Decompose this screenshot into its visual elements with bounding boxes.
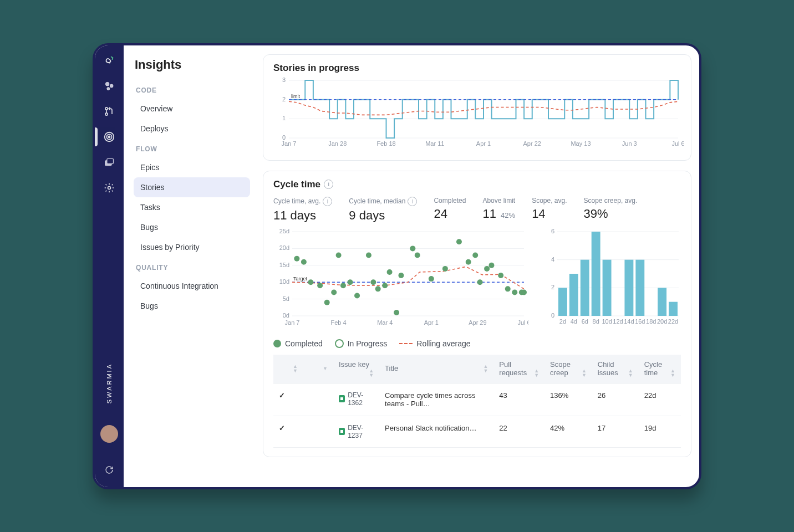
info-icon[interactable]: i <box>323 197 332 206</box>
nav-home-icon[interactable] <box>103 80 115 92</box>
sidebar-item-bugs[interactable]: Bugs <box>134 217 250 237</box>
row-cycle: 22d <box>639 383 681 416</box>
svg-point-55 <box>382 283 388 288</box>
svg-text:20d: 20d <box>657 318 667 325</box>
svg-point-1 <box>110 84 113 88</box>
row-creep: 136% <box>544 383 592 416</box>
metric-value-creep: 39% <box>584 207 638 221</box>
svg-point-59 <box>410 245 415 251</box>
svg-text:Apr 1: Apr 1 <box>424 319 439 326</box>
sidebar-item-stories[interactable]: Stories <box>134 177 250 197</box>
svg-text:Jan 7: Jan 7 <box>282 140 297 147</box>
sidebar-item-ci[interactable]: Continuous Integration <box>134 276 250 296</box>
col-cycle[interactable]: Cycle time▲▼ <box>639 355 681 383</box>
svg-point-65 <box>472 252 478 258</box>
sidebar-group-flow: FLOW <box>136 145 250 153</box>
row-issue-key[interactable]: DEV-1237 <box>339 424 374 439</box>
sidebar-item-epics[interactable]: Epics <box>134 157 250 177</box>
metric-value-avg: 11 days <box>273 208 332 223</box>
row-children: 26 <box>592 383 639 416</box>
svg-text:0d: 0d <box>283 312 289 319</box>
svg-text:Apr 29: Apr 29 <box>469 319 486 326</box>
svg-text:limit: limit <box>291 93 300 99</box>
svg-text:2d: 2d <box>559 318 566 325</box>
svg-rect-9 <box>107 158 114 163</box>
svg-text:Jul 6: Jul 6 <box>671 140 684 147</box>
metric-value-above-pct: 42% <box>501 211 515 219</box>
nav-insights-icon[interactable] <box>103 131 115 143</box>
svg-point-61 <box>429 276 434 282</box>
table-row[interactable]: ✓ DEV-1362 Compare cycle times across te… <box>273 383 681 416</box>
svg-rect-88 <box>558 288 567 316</box>
col-title[interactable]: Title▲▼ <box>379 355 493 383</box>
svg-text:15d: 15d <box>279 261 289 268</box>
metric-label-scope: Scope, avg. <box>532 197 567 204</box>
svg-point-64 <box>466 259 471 264</box>
svg-point-62 <box>442 265 448 271</box>
col-creep[interactable]: Scope creep▲▼ <box>544 355 592 383</box>
col-pr[interactable]: Pull requests▲▼ <box>493 355 544 383</box>
avatar[interactable] <box>100 425 118 443</box>
metric-label-completed: Completed <box>434 197 466 204</box>
sidebar-item-overview[interactable]: Overview <box>134 99 250 119</box>
nav-settings-icon[interactable] <box>103 182 115 194</box>
svg-point-68 <box>488 262 494 268</box>
sidebar-item-deploys[interactable]: Deploys <box>134 119 250 139</box>
legend-dot-inprogress <box>335 339 344 348</box>
svg-point-63 <box>456 239 462 244</box>
svg-rect-93 <box>624 259 633 315</box>
svg-text:3: 3 <box>282 77 286 83</box>
svg-point-0 <box>105 82 109 86</box>
info-icon[interactable]: i <box>324 180 333 189</box>
svg-text:12d: 12d <box>613 318 623 325</box>
sidebar-group-quality: QUALITY <box>136 264 250 272</box>
col-issuekey[interactable]: Issue key▲▼ <box>333 355 379 383</box>
svg-point-57 <box>394 309 399 315</box>
nav-cards-icon[interactable] <box>103 156 115 168</box>
nav-refresh-icon[interactable] <box>103 464 115 476</box>
svg-text:Target: Target <box>293 276 308 282</box>
table-row[interactable]: ✓ DEV-1237 Personal Slack notification… … <box>273 416 681 447</box>
col-status[interactable]: ▲▼ <box>273 355 303 383</box>
sidebar-item-bugs2[interactable]: Bugs <box>134 296 250 316</box>
svg-rect-90 <box>581 259 589 315</box>
svg-text:Jul 6: Jul 6 <box>517 319 528 326</box>
svg-text:6: 6 <box>551 228 554 234</box>
metric-value-completed: 24 <box>434 207 466 221</box>
svg-text:14d: 14d <box>624 318 634 325</box>
sidebar: Insights CODE Overview Deploys FLOW Epic… <box>124 45 257 487</box>
svg-point-46 <box>324 299 330 305</box>
cycle-card: Cycle time i Cycle time, avg.i11 days Cy… <box>263 171 691 457</box>
svg-text:2: 2 <box>551 284 554 290</box>
row-issue-key[interactable]: DEV-1362 <box>339 391 374 407</box>
svg-point-50 <box>348 279 353 285</box>
svg-text:Apr 1: Apr 1 <box>476 140 491 147</box>
svg-point-67 <box>484 265 490 271</box>
svg-point-69 <box>498 273 503 278</box>
svg-point-4 <box>105 112 108 115</box>
legend-dash-avg <box>399 343 413 344</box>
cycle-card-title: Cycle time <box>273 179 320 190</box>
nav-pull-requests-icon[interactable] <box>103 105 115 117</box>
svg-point-7 <box>109 136 110 137</box>
cycle-legend: Completed In Progress Rolling average <box>273 339 681 348</box>
svg-point-73 <box>521 289 527 295</box>
stories-card: Stories in progress 0123limitJan 7Jan 28… <box>263 54 691 161</box>
svg-text:10d: 10d <box>602 318 612 325</box>
row-title: Compare cycle times across teams - Pull… <box>379 383 493 416</box>
svg-point-52 <box>366 252 371 258</box>
svg-text:18d: 18d <box>646 318 656 325</box>
metric-value-median: 9 days <box>349 208 417 223</box>
svg-rect-92 <box>603 259 612 315</box>
page-title: Insights <box>135 58 250 72</box>
row-pr: 43 <box>493 383 544 416</box>
sidebar-item-priority[interactable]: Issues by Priority <box>134 237 250 257</box>
col-filter[interactable]: ▼ <box>303 355 333 383</box>
col-children[interactable]: Child issues▲▼ <box>592 355 639 383</box>
svg-text:Jun 3: Jun 3 <box>622 140 637 147</box>
legend-label: In Progress <box>348 339 388 348</box>
info-icon[interactable]: i <box>408 197 417 206</box>
logo-icon[interactable] <box>103 54 115 66</box>
svg-text:25d: 25d <box>279 228 289 234</box>
sidebar-item-tasks[interactable]: Tasks <box>134 197 250 217</box>
